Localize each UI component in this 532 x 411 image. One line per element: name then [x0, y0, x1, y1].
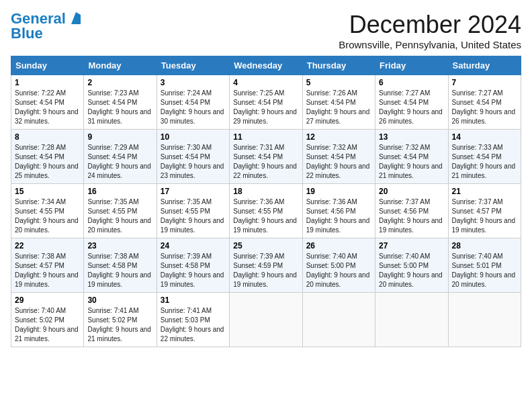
calendar-cell: 24Sunrise: 7:39 AMSunset: 4:58 PMDayligh… — [157, 238, 229, 293]
calendar-cell: 11Sunrise: 7:31 AMSunset: 4:54 PMDayligh… — [230, 130, 302, 184]
day-info: Sunrise: 7:36 AMSunset: 4:55 PMDaylight:… — [233, 197, 298, 235]
day-info: Sunrise: 7:23 AMSunset: 4:54 PMDaylight:… — [87, 89, 152, 126]
calendar-cell: 20Sunrise: 7:37 AMSunset: 4:56 PMDayligh… — [375, 184, 448, 238]
calendar-cell: 18Sunrise: 7:36 AMSunset: 4:55 PMDayligh… — [230, 184, 302, 238]
page-header: General Blue December 2024 Brownsville, … — [11, 11, 521, 50]
calendar-cell: 6Sunrise: 7:27 AMSunset: 4:54 PMDaylight… — [375, 75, 448, 130]
day-number: 24 — [161, 241, 226, 250]
title-area: December 2024 Brownsville, Pennsylvania,… — [339, 11, 521, 50]
calendar-cell: 10Sunrise: 7:30 AMSunset: 4:54 PMDayligh… — [157, 130, 229, 184]
day-info: Sunrise: 7:32 AMSunset: 4:54 PMDaylight:… — [379, 143, 444, 181]
calendar-week-row: 22Sunrise: 7:38 AMSunset: 4:57 PMDayligh… — [11, 238, 521, 293]
day-info: Sunrise: 7:30 AMSunset: 4:54 PMDaylight:… — [161, 143, 226, 181]
day-number: 8 — [15, 132, 80, 142]
calendar-week-row: 8Sunrise: 7:28 AMSunset: 4:54 PMDaylight… — [11, 130, 521, 184]
weekday-header-friday: Friday — [375, 56, 448, 75]
day-info: Sunrise: 7:22 AMSunset: 4:54 PMDaylight:… — [15, 89, 80, 126]
weekday-header-wednesday: Wednesday — [230, 56, 302, 75]
day-number: 7 — [452, 78, 517, 87]
logo-icon — [71, 12, 81, 24]
day-number: 1 — [15, 78, 80, 87]
day-info: Sunrise: 7:41 AMSunset: 5:03 PMDaylight:… — [161, 306, 226, 344]
day-number: 23 — [87, 241, 152, 250]
day-number: 5 — [306, 78, 371, 87]
weekday-header-row: SundayMondayTuesdayWednesdayThursdayFrid… — [11, 56, 521, 75]
calendar-cell: 17Sunrise: 7:35 AMSunset: 4:55 PMDayligh… — [157, 184, 229, 238]
calendar-week-row: 1Sunrise: 7:22 AMSunset: 4:54 PMDaylight… — [11, 75, 521, 130]
day-info: Sunrise: 7:40 AMSunset: 5:02 PMDaylight:… — [15, 306, 80, 344]
day-info: Sunrise: 7:27 AMSunset: 4:54 PMDaylight:… — [452, 89, 517, 126]
logo: General Blue — [11, 11, 81, 42]
weekday-header-saturday: Saturday — [448, 56, 521, 75]
day-info: Sunrise: 7:40 AMSunset: 5:00 PMDaylight:… — [379, 252, 444, 289]
day-number: 12 — [306, 132, 371, 142]
calendar-cell: 9Sunrise: 7:29 AMSunset: 4:54 PMDaylight… — [84, 130, 157, 184]
day-number: 4 — [233, 78, 298, 87]
day-number: 25 — [233, 241, 298, 250]
day-info: Sunrise: 7:40 AMSunset: 5:00 PMDaylight:… — [306, 252, 371, 289]
weekday-header-monday: Monday — [84, 56, 157, 75]
calendar-cell: 26Sunrise: 7:40 AMSunset: 5:00 PMDayligh… — [302, 238, 375, 293]
calendar-week-row: 15Sunrise: 7:34 AMSunset: 4:55 PMDayligh… — [11, 184, 521, 238]
calendar-cell: 16Sunrise: 7:35 AMSunset: 4:55 PMDayligh… — [84, 184, 157, 238]
day-number: 29 — [15, 295, 80, 305]
day-number: 14 — [452, 132, 517, 142]
calendar-cell: 31Sunrise: 7:41 AMSunset: 5:03 PMDayligh… — [157, 293, 229, 347]
day-number: 27 — [379, 241, 444, 250]
day-info: Sunrise: 7:27 AMSunset: 4:54 PMDaylight:… — [379, 89, 444, 126]
calendar-cell: 15Sunrise: 7:34 AMSunset: 4:55 PMDayligh… — [11, 184, 84, 238]
calendar-cell — [448, 293, 521, 347]
day-info: Sunrise: 7:38 AMSunset: 4:57 PMDaylight:… — [15, 252, 80, 289]
calendar-cell: 7Sunrise: 7:27 AMSunset: 4:54 PMDaylight… — [448, 75, 521, 130]
day-number: 20 — [379, 187, 444, 196]
day-info: Sunrise: 7:40 AMSunset: 5:01 PMDaylight:… — [452, 252, 517, 289]
svg-marker-0 — [71, 12, 81, 24]
day-number: 26 — [306, 241, 371, 250]
day-info: Sunrise: 7:25 AMSunset: 4:54 PMDaylight:… — [233, 89, 298, 126]
day-info: Sunrise: 7:39 AMSunset: 4:59 PMDaylight:… — [233, 252, 298, 289]
day-number: 30 — [87, 295, 152, 305]
calendar-cell — [375, 293, 448, 347]
day-number: 2 — [87, 78, 152, 87]
day-info: Sunrise: 7:34 AMSunset: 4:55 PMDaylight:… — [15, 197, 80, 235]
calendar-cell: 25Sunrise: 7:39 AMSunset: 4:59 PMDayligh… — [230, 238, 302, 293]
logo-blue: Blue — [11, 25, 43, 42]
calendar-cell: 8Sunrise: 7:28 AMSunset: 4:54 PMDaylight… — [11, 130, 84, 184]
day-number: 6 — [379, 78, 444, 87]
day-number: 19 — [306, 187, 371, 196]
day-number: 28 — [452, 241, 517, 250]
day-info: Sunrise: 7:24 AMSunset: 4:54 PMDaylight:… — [161, 89, 226, 126]
calendar-cell — [302, 293, 375, 347]
day-info: Sunrise: 7:35 AMSunset: 4:55 PMDaylight:… — [161, 197, 226, 235]
calendar-cell: 4Sunrise: 7:25 AMSunset: 4:54 PMDaylight… — [230, 75, 302, 130]
weekday-header-thursday: Thursday — [302, 56, 375, 75]
calendar-cell: 3Sunrise: 7:24 AMSunset: 4:54 PMDaylight… — [157, 75, 229, 130]
day-info: Sunrise: 7:37 AMSunset: 4:57 PMDaylight:… — [452, 197, 517, 235]
calendar-cell: 21Sunrise: 7:37 AMSunset: 4:57 PMDayligh… — [448, 184, 521, 238]
day-info: Sunrise: 7:39 AMSunset: 4:58 PMDaylight:… — [161, 252, 226, 289]
calendar-cell: 13Sunrise: 7:32 AMSunset: 4:54 PMDayligh… — [375, 130, 448, 184]
weekday-header-tuesday: Tuesday — [157, 56, 229, 75]
calendar-cell: 30Sunrise: 7:41 AMSunset: 5:02 PMDayligh… — [84, 293, 157, 347]
day-number: 11 — [233, 132, 298, 142]
day-number: 10 — [161, 132, 226, 142]
day-number: 22 — [15, 241, 80, 250]
calendar-cell: 28Sunrise: 7:40 AMSunset: 5:01 PMDayligh… — [448, 238, 521, 293]
calendar-table: SundayMondayTuesdayWednesdayThursdayFrid… — [11, 56, 521, 347]
calendar-cell: 27Sunrise: 7:40 AMSunset: 5:00 PMDayligh… — [375, 238, 448, 293]
day-number: 21 — [452, 187, 517, 196]
day-number: 31 — [161, 295, 226, 305]
day-info: Sunrise: 7:29 AMSunset: 4:54 PMDaylight:… — [87, 143, 152, 181]
weekday-header-sunday: Sunday — [11, 56, 84, 75]
day-info: Sunrise: 7:31 AMSunset: 4:54 PMDaylight:… — [233, 143, 298, 181]
day-info: Sunrise: 7:26 AMSunset: 4:54 PMDaylight:… — [306, 89, 371, 126]
calendar-cell: 23Sunrise: 7:38 AMSunset: 4:58 PMDayligh… — [84, 238, 157, 293]
day-info: Sunrise: 7:28 AMSunset: 4:54 PMDaylight:… — [15, 143, 80, 181]
day-number: 17 — [161, 187, 226, 196]
calendar-cell: 12Sunrise: 7:32 AMSunset: 4:54 PMDayligh… — [302, 130, 375, 184]
month-title: December 2024 — [339, 11, 521, 39]
calendar-cell: 5Sunrise: 7:26 AMSunset: 4:54 PMDaylight… — [302, 75, 375, 130]
day-info: Sunrise: 7:35 AMSunset: 4:55 PMDaylight:… — [87, 197, 152, 235]
day-info: Sunrise: 7:32 AMSunset: 4:54 PMDaylight:… — [306, 143, 371, 181]
day-number: 15 — [15, 187, 80, 196]
